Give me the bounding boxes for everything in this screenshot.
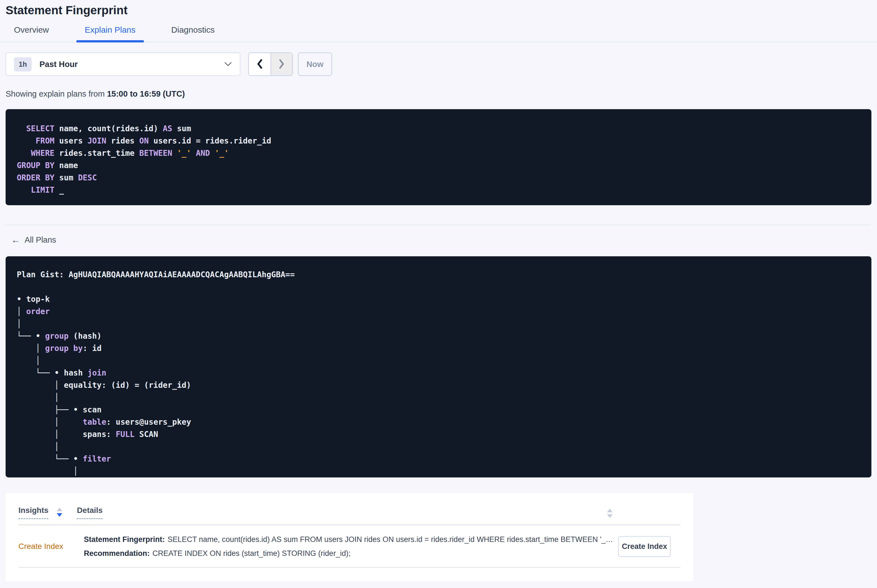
section-divider bbox=[6, 225, 871, 225]
code-line: ORDER BY sum DESC bbox=[17, 172, 863, 184]
create-index-button[interactable]: Create Index bbox=[618, 536, 671, 557]
code-line: │ bbox=[17, 441, 863, 453]
code-line: └── • hash join bbox=[17, 367, 863, 379]
time-range-dropdown[interactable]: 1h Past Hour bbox=[6, 52, 240, 76]
time-controls: 1h Past Hour Now bbox=[6, 52, 871, 76]
tab-explain-plans[interactable]: Explain Plans bbox=[76, 25, 144, 42]
code-line: │ bbox=[17, 355, 863, 367]
next-time-button[interactable] bbox=[271, 53, 292, 75]
plan-gist-box: Plan Gist: AgHUAQIABQAAAAHYAQIAiAEAAAADC… bbox=[6, 256, 871, 477]
code-line: │ bbox=[17, 392, 863, 404]
page-title: Statement Fingerprint bbox=[6, 3, 871, 17]
all-plans-link[interactable]: ← All Plans bbox=[6, 235, 56, 245]
code-line: │ group by: id bbox=[17, 342, 863, 355]
code-line: GROUP BY name bbox=[17, 159, 863, 172]
insight-type-cell: Create Index bbox=[18, 542, 84, 551]
recommendation-label: Recommendation: bbox=[84, 549, 150, 558]
code-line: └── • group (hash) bbox=[17, 330, 863, 342]
sort-desc-arrow bbox=[57, 513, 62, 517]
details-cell: Statement Fingerprint:SELECT name, count… bbox=[84, 532, 615, 560]
code-line: │ spans: FULL SCAN bbox=[17, 428, 863, 441]
insights-sort-icon[interactable] bbox=[57, 508, 62, 517]
now-button[interactable]: Now bbox=[298, 52, 332, 76]
sql-statement-box: SELECT name, count(rides.id) AS sum FROM… bbox=[6, 109, 871, 205]
tab-bar: Overview Explain Plans Diagnostics bbox=[0, 25, 877, 42]
fingerprint-label: Statement Fingerprint: bbox=[84, 535, 165, 544]
tab-diagnostics[interactable]: Diagnostics bbox=[163, 25, 223, 42]
chevron-right-icon bbox=[278, 58, 285, 70]
code-line: Plan Gist: AgHUAQIABQAAAAHYAQIAiAEAAAADC… bbox=[17, 268, 863, 281]
code-line: │ table: users@users_pkey bbox=[17, 416, 863, 428]
chevron-down-icon bbox=[224, 62, 232, 66]
sort-desc-arrow bbox=[607, 514, 612, 518]
recommendation-line: Recommendation:CREATE INDEX ON rides (st… bbox=[84, 546, 615, 560]
tab-overview[interactable]: Overview bbox=[6, 25, 57, 42]
sort-asc-arrow bbox=[607, 509, 612, 512]
fingerprint-line: Statement Fingerprint:SELECT name, count… bbox=[84, 532, 615, 546]
recommendation-value: CREATE INDEX ON rides (start_time) STORI… bbox=[153, 549, 351, 558]
column-header-details[interactable]: Details bbox=[77, 506, 102, 519]
all-plans-label: All Plans bbox=[25, 236, 56, 244]
code-line: SELECT name, count(rides.id) AS sum bbox=[17, 123, 863, 135]
fingerprint-value: SELECT name, count(rides.id) AS sum FROM… bbox=[168, 535, 613, 544]
chevron-left-icon bbox=[256, 58, 263, 70]
code-line: │ bbox=[17, 465, 863, 477]
column-header-insights[interactable]: Insights bbox=[18, 506, 48, 519]
time-pager bbox=[248, 52, 293, 76]
code-line: │ order bbox=[17, 306, 863, 318]
showing-range-text: Showing explain plans from 15:00 to 16:5… bbox=[6, 89, 871, 99]
code-line: │ bbox=[17, 318, 863, 330]
code-line: LIMIT _ bbox=[17, 184, 863, 196]
details-sort-icon[interactable] bbox=[607, 509, 612, 518]
code-line: WHERE rides.start_time BETWEEN '_' AND '… bbox=[17, 147, 863, 159]
insights-table-header: Insights Details bbox=[6, 493, 693, 519]
code-line: • top-k bbox=[17, 293, 863, 306]
time-range-badge: 1h bbox=[14, 57, 32, 72]
table-row-divider bbox=[18, 567, 680, 568]
insights-table-card: Insights Details Create Index Statement … bbox=[6, 493, 693, 581]
code-line: ├── • scan bbox=[17, 404, 863, 416]
prev-time-button[interactable] bbox=[249, 53, 271, 75]
table-row: Create Index Statement Fingerprint:SELEC… bbox=[6, 525, 693, 560]
time-range-label: Past Hour bbox=[39, 60, 78, 69]
back-arrow-icon: ← bbox=[11, 235, 20, 245]
code-line bbox=[17, 281, 863, 293]
showing-range-value: 15:00 to 16:59 (UTC) bbox=[107, 89, 185, 98]
code-line: │ equality: (id) = (rider_id) bbox=[17, 379, 863, 392]
code-line: FROM users JOIN rides ON users.id = ride… bbox=[17, 135, 863, 147]
showing-prefix: Showing explain plans from bbox=[6, 89, 107, 98]
sort-asc-arrow bbox=[57, 508, 62, 511]
code-line: └── • filter bbox=[17, 453, 863, 465]
